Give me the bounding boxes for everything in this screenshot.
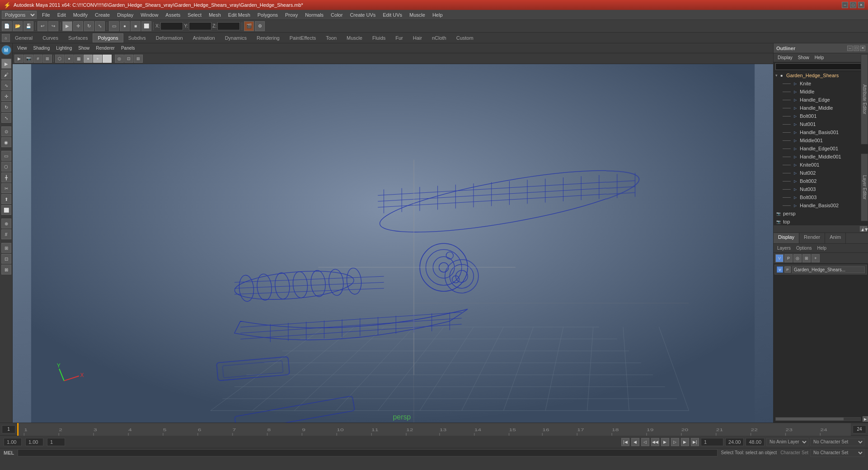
mode-selector[interactable]: Polygons Animation Rendering bbox=[2, 11, 37, 19]
show-manip-btn[interactable]: ⊕ bbox=[1, 219, 11, 228]
snap-curve-btn[interactable]: ⊡ bbox=[1, 254, 11, 264]
char-set-bottom-select[interactable]: No Character Set bbox=[810, 449, 864, 457]
menu-color[interactable]: Color bbox=[327, 11, 346, 19]
create-poly-btn[interactable]: ▭ bbox=[1, 151, 11, 161]
menu-modify[interactable]: Modify bbox=[70, 11, 91, 19]
menu-select[interactable]: Select bbox=[184, 11, 205, 19]
close-button[interactable]: ✕ bbox=[858, 2, 864, 8]
layer-icon3[interactable]: + bbox=[812, 254, 820, 262]
outliner-close[interactable]: ✕ bbox=[860, 46, 865, 51]
outliner-scroll-up[interactable]: ▲ bbox=[860, 226, 863, 232]
layer-tab-display[interactable]: Display bbox=[774, 233, 799, 243]
outliner-minimize[interactable]: – bbox=[847, 46, 853, 51]
layer-subtab-layers[interactable]: Layers bbox=[775, 245, 793, 251]
render-settings-btn[interactable]: ⚙ bbox=[255, 21, 265, 31]
snap-point-btn[interactable]: ⊠ bbox=[1, 265, 11, 275]
layer-scroll-right[interactable]: ▶ bbox=[863, 416, 868, 422]
poly-btn[interactable]: ▭ bbox=[109, 21, 119, 31]
viewport-canvas[interactable]: persp X Y bbox=[13, 64, 773, 423]
outliner-item-knite[interactable]: —— ▷ Knite bbox=[774, 79, 868, 88]
tab-curves[interactable]: Curves bbox=[38, 33, 63, 42]
menu-edit[interactable]: Edit bbox=[54, 11, 70, 19]
vp-isolate-btn[interactable]: ◎ bbox=[115, 55, 124, 63]
outliner-item-top[interactable]: 📷 top bbox=[774, 218, 868, 225]
vp-menu-lighting[interactable]: Lighting bbox=[53, 45, 75, 51]
current-frame-display[interactable]: 1 bbox=[701, 438, 723, 446]
layer-scroll-track[interactable] bbox=[775, 417, 861, 421]
outliner-item-bolt003[interactable]: —— ▷ Bolt003 bbox=[774, 193, 868, 201]
layer-tab-anim[interactable]: Anim bbox=[825, 233, 846, 243]
tab-fur[interactable]: Fur bbox=[390, 33, 408, 42]
layer-subtab-help[interactable]: Help bbox=[815, 245, 828, 251]
goto-end-btn[interactable]: ▶| bbox=[691, 438, 699, 446]
playback-end-field[interactable]: 24.00 bbox=[725, 438, 744, 446]
timeline-start-frame[interactable] bbox=[2, 425, 15, 433]
extrude-btn[interactable]: ⬆ bbox=[1, 194, 11, 204]
lasso-btn[interactable]: ∿ bbox=[1, 80, 11, 90]
tab-surfaces[interactable]: Surfaces bbox=[63, 33, 93, 42]
vp-menu-shading[interactable]: Shading bbox=[31, 45, 53, 51]
vp-menu-panels[interactable]: Panels bbox=[118, 45, 138, 51]
open-btn[interactable]: 📂 bbox=[13, 21, 23, 31]
tab-toon[interactable]: Toon bbox=[321, 33, 342, 42]
vp-texture-btn[interactable]: ▦ bbox=[74, 55, 83, 63]
outliner-item-persp[interactable]: 📷 persp bbox=[774, 209, 868, 218]
y-input[interactable] bbox=[189, 22, 211, 30]
outliner-item-handle-middle001[interactable]: —— ▷ Handle_Middle001 bbox=[774, 153, 868, 161]
vp-light3-btn[interactable]: ● bbox=[103, 55, 112, 63]
tab-hair[interactable]: Hair bbox=[408, 33, 427, 42]
prev-frame-btn[interactable]: ◀ bbox=[631, 438, 639, 446]
cyl-btn[interactable]: ⬜ bbox=[141, 21, 151, 31]
outliner-item-bolt001[interactable]: —— ▷ Bolt001 bbox=[774, 112, 868, 120]
vp-layout-btn[interactable]: ⊡ bbox=[124, 55, 133, 63]
move-tool-btn[interactable]: ✛ bbox=[1, 91, 11, 101]
outliner-item-handle-basis001[interactable]: —— ▷ Handle_Basis001 bbox=[774, 128, 868, 136]
layer-visibility-btn[interactable]: V bbox=[777, 266, 783, 273]
outliner-item-bolt002[interactable]: —— ▷ Bolt002 bbox=[774, 177, 868, 185]
vp-menu-view[interactable]: View bbox=[14, 45, 30, 51]
new-scene-btn[interactable]: 📄 bbox=[2, 21, 12, 31]
sphere-btn[interactable]: ● bbox=[120, 21, 130, 31]
outliner-scroll-down[interactable]: ▼ bbox=[863, 226, 867, 232]
mel-input[interactable] bbox=[18, 449, 717, 456]
sculpt-btn[interactable]: ◉ bbox=[1, 137, 11, 147]
z-input[interactable] bbox=[217, 22, 240, 30]
x-input[interactable] bbox=[160, 22, 183, 30]
cube-btn[interactable]: ■ bbox=[131, 21, 141, 31]
play-back-btn[interactable]: ◀◀ bbox=[651, 438, 659, 446]
split-btn[interactable]: ╋ bbox=[1, 172, 11, 182]
vp-select-btn[interactable]: ▶ bbox=[14, 55, 23, 63]
vp-smooth-btn[interactable]: ● bbox=[65, 55, 74, 63]
vp-menu-renderer[interactable]: Renderer bbox=[93, 45, 117, 51]
menu-edit-uvs[interactable]: Edit UVs bbox=[379, 11, 406, 19]
layer-scroll-thumb[interactable] bbox=[776, 418, 844, 420]
layer-icon1[interactable]: ◎ bbox=[793, 254, 802, 262]
timeline-ruler[interactable]: 1 2 3 4 5 6 7 8 9 10 11 12 13 1 bbox=[17, 423, 851, 436]
menu-create-uvs[interactable]: Create UVs bbox=[346, 11, 379, 19]
next-frame-btn[interactable]: ▶ bbox=[681, 438, 689, 446]
frame-field[interactable]: 1 bbox=[47, 438, 65, 446]
start-frame-field[interactable]: 1.00 bbox=[4, 438, 22, 446]
goto-start-btn[interactable]: |◀ bbox=[621, 438, 629, 446]
tab-fluids[interactable]: Fluids bbox=[367, 33, 390, 42]
minimize-button[interactable]: – bbox=[842, 2, 848, 8]
scale-btn[interactable]: ⤡ bbox=[95, 21, 105, 31]
tab-custom[interactable]: Custom bbox=[451, 33, 479, 42]
outliner-item-handle-middle[interactable]: —— ▷ Handle_Middle bbox=[774, 104, 868, 112]
menu-proxy[interactable]: Proxy bbox=[282, 11, 301, 19]
anim-layer-select[interactable]: No Anim Layer bbox=[766, 438, 808, 446]
vp-wireframe-btn[interactable]: ⬡ bbox=[55, 55, 64, 63]
tab-ncloth[interactable]: nCloth bbox=[427, 33, 451, 42]
menu-window[interactable]: Window bbox=[137, 11, 162, 19]
vp-grid-btn[interactable]: # bbox=[33, 55, 42, 63]
vp-light1-btn[interactable]: ● bbox=[84, 55, 93, 63]
menu-create[interactable]: Create bbox=[91, 11, 113, 19]
outliner-item-handle-edge001[interactable]: —— ▷ Handle_Edge001 bbox=[774, 144, 868, 153]
select-btn[interactable]: ▶ bbox=[62, 21, 72, 31]
maximize-button[interactable]: □ bbox=[850, 2, 856, 8]
scale-tool-btn[interactable]: ⤡ bbox=[1, 113, 11, 123]
outliner-display-menu[interactable]: Display bbox=[775, 55, 795, 60]
tab-painteffects[interactable]: PaintEffects bbox=[285, 33, 321, 42]
total-frames-field[interactable]: 48.00 bbox=[746, 438, 765, 446]
layer-tab-render[interactable]: Render bbox=[799, 233, 825, 243]
